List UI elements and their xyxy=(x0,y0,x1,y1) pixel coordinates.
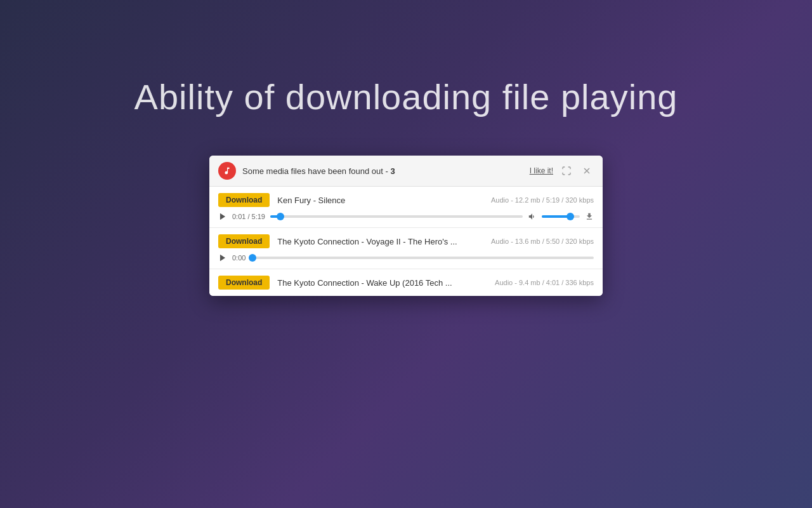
volume-button-1[interactable] xyxy=(528,212,537,221)
track-2-name: The Kyoto Connection - Voyage II - The H… xyxy=(277,237,483,246)
track-3-name: The Kyoto Connection - Wake Up (2016 Tec… xyxy=(277,278,487,288)
track-2-top: Download The Kyoto Connection - Voyage I… xyxy=(218,234,594,248)
track-item-3: Download The Kyoto Connection - Wake Up … xyxy=(209,269,603,296)
play-button-2[interactable] xyxy=(218,253,227,262)
track-2-meta: Audio - 13.6 mb / 5:50 / 320 kbps xyxy=(491,237,594,245)
track-3-top: Download The Kyoto Connection - Wake Up … xyxy=(218,276,594,290)
download-button-3[interactable]: Download xyxy=(218,276,270,290)
svg-marker-3 xyxy=(220,255,225,262)
track-1-volume[interactable] xyxy=(542,215,580,218)
svg-marker-2 xyxy=(220,213,225,220)
track-item-1: Download Ken Fury - Silence Audio - 12.2… xyxy=(209,187,603,228)
like-button[interactable]: I like it! xyxy=(530,166,553,175)
track-item-2: Download The Kyoto Connection - Voyage I… xyxy=(209,228,603,269)
download-icon-1[interactable] xyxy=(585,212,594,221)
play-button-1[interactable] xyxy=(218,212,227,221)
track-1-top: Download Ken Fury - Silence Audio - 12.2… xyxy=(218,193,594,207)
close-button[interactable] xyxy=(580,164,594,178)
media-panel: Some media files have been found out - 3… xyxy=(209,156,603,296)
download-button-2[interactable]: Download xyxy=(218,234,270,248)
track-1-player: 0:01 / 5:19 xyxy=(218,212,594,221)
track-2-time: 0:00 xyxy=(232,254,246,262)
track-3-meta: Audio - 9.4 mb / 4:01 / 336 kbps xyxy=(495,279,594,286)
track-1-meta: Audio - 12.2 mb / 5:19 / 320 kbps xyxy=(491,196,594,204)
track-1-time: 0:01 / 5:19 xyxy=(232,213,265,220)
track-1-name: Ken Fury - Silence xyxy=(277,196,483,205)
panel-found-text: Some media files have been found out - 3 xyxy=(242,166,530,176)
panel-header: Some media files have been found out - 3… xyxy=(209,156,603,187)
panel-actions: I like it! xyxy=(530,164,594,178)
page-title: Ability of downloading file playing xyxy=(134,76,678,117)
expand-button[interactable] xyxy=(560,164,573,178)
track-2-progress[interactable] xyxy=(251,257,594,259)
track-2-player: 0:00 xyxy=(218,253,594,262)
track-1-progress[interactable] xyxy=(270,215,523,218)
download-button-1[interactable]: Download xyxy=(218,193,270,207)
music-icon xyxy=(218,162,236,180)
